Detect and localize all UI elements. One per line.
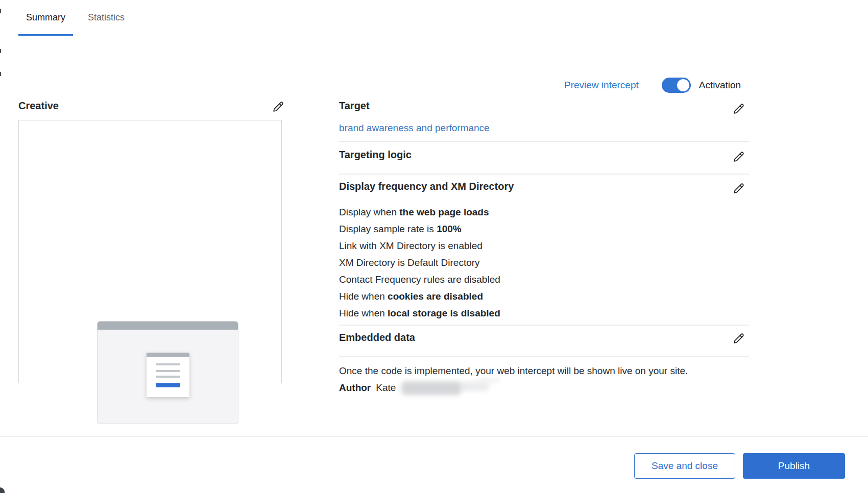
pencil-icon [732,102,745,116]
tab-bar: Summary Statistics [0,0,868,35]
pencil-icon [732,182,745,195]
tab-statistics-label: Statistics [88,12,125,23]
intercept-dialog-thumbnail [147,353,189,397]
section-divider [339,141,749,142]
toggle-knob-icon [677,79,689,91]
display-rule: Hide when cookies are disabled [339,288,500,305]
display-frequency-heading: Display frequency and XM Directory [339,181,514,192]
display-rule: Contact Frequency rules are disabled [339,271,500,288]
display-frequency-rules: Display when the web page loads Display … [339,204,500,322]
tab-summary-label: Summary [26,12,65,23]
dialog-button-icon [156,383,180,387]
browser-mockup [97,321,238,424]
save-and-close-button[interactable]: Save and close [634,453,735,479]
display-rule: Hide when local storage is disabled [339,305,500,322]
target-survey-link[interactable]: brand awareness and performance [339,122,490,134]
active-tab-underline [18,34,73,36]
section-divider [339,174,749,175]
redacted-author-surname [460,382,489,391]
target-heading: Target [339,100,370,112]
targeting-logic-heading: Targeting logic [339,149,412,161]
dialog-titlebar-icon [147,353,189,357]
implementation-note: Once the code is implemented, your web i… [339,365,688,377]
intercept-summary-page: Summary Statistics Preview intercept Act… [0,0,868,493]
author-label: Author [339,382,371,393]
redacted-author-surname [401,381,462,395]
pencil-icon [732,332,745,346]
section-divider [339,325,749,326]
preview-intercept-link[interactable]: Preview intercept [564,80,639,91]
edit-targeting-logic-button[interactable] [732,150,745,164]
display-rule: Display sample rate is 100% [339,220,500,237]
display-rule: Display when the web page loads [339,204,500,220]
edit-embedded-data-button[interactable] [732,332,745,346]
edge-artifact [0,9,1,13]
author-name: Kate [376,382,396,393]
dialog-text-line-icon [156,363,180,365]
edit-target-button[interactable] [732,102,745,116]
dialog-text-line-icon [156,376,180,378]
edge-artifact [0,72,1,76]
activation-toggle[interactable] [662,78,691,93]
display-rule: Link with XM Directory is enabled [339,237,500,254]
edit-display-frequency-button[interactable] [732,182,745,195]
embedded-data-heading: Embedded data [339,332,415,343]
creative-preview-panel [18,120,282,383]
edit-creative-button[interactable] [271,100,285,114]
top-controls: Preview intercept Activation [564,76,741,95]
tab-statistics[interactable]: Statistics [80,0,132,35]
author-row: AuthorKate [339,382,396,393]
footer-divider [0,436,868,437]
tab-summary[interactable]: Summary [18,0,73,35]
publish-button[interactable]: Publish [743,453,845,479]
activation-label: Activation [699,80,741,91]
edge-artifact [0,49,1,53]
pencil-icon [271,100,285,114]
creative-heading: Creative [18,100,59,112]
dialog-text-line-icon [156,370,180,372]
pencil-icon [732,150,745,164]
section-divider [339,356,749,357]
display-rule: XM Directory is Default Directory [339,254,500,271]
browser-chrome-bar-icon [98,322,238,330]
redacted-author-surname [479,378,500,382]
edge-artifact [0,487,5,493]
